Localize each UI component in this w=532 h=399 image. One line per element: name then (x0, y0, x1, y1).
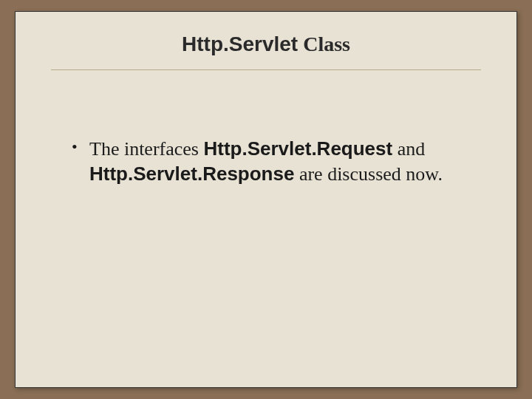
slide-container: Http.Servlet Class The interfaces Http.S… (15, 11, 517, 388)
title-part2: Class (303, 33, 350, 55)
bullet-mid: and (392, 138, 425, 160)
content-area: The interfaces Http.Servlet.Request and … (51, 137, 481, 187)
bullet-term2: Http.Servlet.Response (89, 163, 294, 185)
slide-title: Http.Servlet Class (51, 33, 481, 56)
title-divider (51, 69, 481, 70)
bullet-term1: Http.Servlet.Request (203, 137, 392, 160)
bullet-point: The interfaces Http.Servlet.Request and … (72, 137, 481, 187)
bullet-prefix: The interfaces (89, 138, 203, 160)
bullet-suffix: are discussed now. (294, 163, 442, 185)
title-part1: Http.Servlet (182, 33, 298, 55)
